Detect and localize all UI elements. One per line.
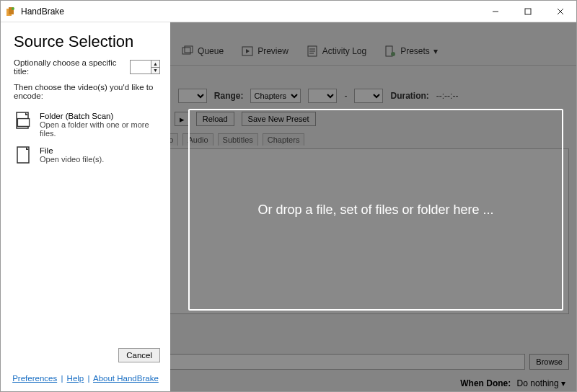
folder-icon (15, 112, 32, 132)
maximize-button[interactable] (511, 1, 544, 22)
spin-down-button[interactable]: ▼ (151, 68, 159, 74)
source-option-folder[interactable]: Folder (Batch Scan) Open a folder with o… (14, 107, 160, 142)
title-spinner[interactable]: ▲ ▼ (130, 60, 160, 74)
then-choose-label: Then choose the video(s) you'd like to e… (14, 83, 160, 100)
window-controls (479, 1, 576, 22)
title-spinner-input[interactable] (131, 61, 151, 74)
file-option-sub: Open video file(s). (40, 155, 104, 164)
close-button[interactable] (544, 1, 576, 22)
spin-up-button[interactable]: ▲ (151, 61, 159, 68)
folder-option-title: Folder (Batch Scan) (40, 112, 159, 120)
preferences-link[interactable]: Preferences (12, 374, 57, 383)
help-link[interactable]: Help (67, 374, 84, 383)
svg-rect-21 (17, 119, 29, 127)
file-icon (15, 146, 32, 166)
footer-links: Preferences | Help | About HandBrake (1, 374, 170, 383)
drop-zone-text: Or drop a file, set of files or folder h… (257, 202, 493, 218)
file-option-title: File (40, 146, 104, 155)
about-link[interactable]: About HandBrake (93, 374, 159, 383)
svg-point-2 (12, 7, 14, 10)
window-title: HandBrake (21, 6, 64, 17)
app-icon (5, 6, 17, 17)
source-selection-heading: Source Selection (14, 32, 160, 51)
source-selection-panel: Source Selection Optionally choose a spe… (1, 22, 170, 391)
cancel-button[interactable]: Cancel (118, 348, 160, 362)
source-option-file[interactable]: File Open video file(s). (14, 142, 160, 171)
svg-rect-4 (525, 9, 531, 14)
minimize-button[interactable] (479, 1, 511, 22)
drop-zone[interactable]: Or drop a file, set of files or folder h… (188, 109, 563, 311)
optional-title-label: Optionally choose a specific title: (14, 58, 125, 76)
folder-option-sub: Open a folder with one or more files. (40, 120, 159, 138)
